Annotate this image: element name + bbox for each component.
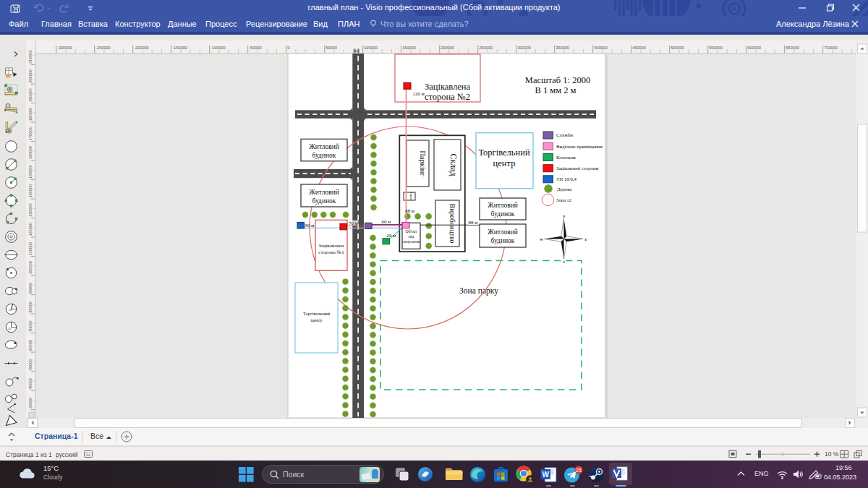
svg-text:90000: 90000 — [28, 283, 33, 294]
svg-text:Житловий: Житловий — [309, 143, 339, 150]
svg-text:охороною: охороною — [402, 239, 420, 244]
svg-text:50000: 50000 — [326, 46, 337, 50]
svg-text:550000: 550000 — [709, 46, 723, 50]
svg-text:600000: 600000 — [747, 46, 761, 50]
svg-text:30000: 30000 — [28, 398, 33, 409]
svg-text:140000: 140000 — [28, 184, 33, 198]
svg-text:200000: 200000 — [28, 69, 33, 83]
svg-text:10 %: 10 % — [825, 450, 839, 458]
svg-text:центр: центр — [310, 317, 322, 322]
svg-text:130000: 130000 — [28, 203, 33, 217]
svg-text:190000: 190000 — [28, 88, 33, 102]
svg-text:-50000: -50000 — [249, 46, 261, 50]
svg-text:Зона парку: Зона парку — [459, 286, 498, 296]
svg-text:650000: 650000 — [786, 46, 799, 50]
svg-text:25: 25 — [576, 468, 582, 473]
svg-text:-150000: -150000 — [172, 46, 187, 50]
svg-text:88 м: 88 м — [405, 208, 414, 213]
svg-text:-300000: -300000 — [57, 46, 72, 50]
svg-text:50000: 50000 — [28, 359, 33, 371]
svg-text:80000: 80000 — [28, 301, 33, 313]
svg-text:Торгівельний: Торгівельний — [478, 147, 529, 158]
svg-text:під: під — [409, 234, 414, 239]
svg-text:Масштаб 1: 2000: Масштаб 1: 2000 — [525, 75, 590, 85]
svg-text:сторона №1: сторона №1 — [318, 249, 344, 255]
svg-text:Виробництво: Виробництво — [448, 204, 456, 244]
svg-text:Паркінг: Паркінг — [409, 192, 412, 200]
svg-text:ТП 10/0,4: ТП 10/0,4 — [556, 176, 577, 181]
svg-text:120 м: 120 м — [413, 91, 425, 96]
svg-text:Зацікавлені сторони: Зацікавлені сторони — [556, 166, 599, 171]
svg-text:Зацікавлена: Зацікавлена — [318, 243, 344, 249]
svg-text:10: 10 — [9, 308, 12, 312]
svg-text:W: W — [542, 471, 549, 479]
svg-text:Служби: Служби — [556, 132, 573, 137]
svg-text:Об'єкт: Об'єкт — [406, 229, 417, 234]
svg-text:Котельня: Котельня — [556, 155, 576, 160]
svg-text:будинок: будинок — [312, 197, 336, 205]
svg-text:180000: 180000 — [28, 108, 33, 121]
svg-text:90 м: 90 м — [305, 223, 315, 228]
svg-text:Паркінг: Паркінг — [419, 150, 427, 176]
svg-text:Зацікавлена: Зацікавлена — [425, 82, 471, 92]
svg-text:250000: 250000 — [479, 46, 493, 50]
svg-text:60 м: 60 м — [382, 219, 391, 224]
svg-text:Житловий: Житловий — [309, 189, 339, 196]
svg-text:700000: 700000 — [824, 46, 838, 50]
svg-text:будинок: будинок — [491, 210, 515, 218]
svg-text:Житловий: Житловий — [488, 202, 518, 209]
svg-text:E: E — [584, 238, 587, 241]
svg-text:300000: 300000 — [517, 46, 531, 50]
svg-text:10: 10 — [8, 327, 12, 330]
svg-text:70000: 70000 — [28, 321, 33, 333]
svg-text:350000: 350000 — [556, 46, 569, 50]
svg-text:120000: 120000 — [28, 223, 33, 236]
svg-text:150000: 150000 — [28, 165, 33, 179]
svg-text:0: 0 — [287, 46, 289, 50]
svg-text:Торгівельний: Торгівельний — [303, 311, 331, 316]
svg-text:500000: 500000 — [671, 46, 684, 50]
svg-text:160000: 160000 — [28, 146, 33, 160]
svg-text:450000: 450000 — [632, 46, 646, 50]
svg-text:20 м: 20 м — [387, 233, 396, 238]
svg-text:210000: 210000 — [28, 50, 33, 64]
svg-text:100000: 100000 — [28, 261, 33, 275]
svg-text:70 м: 70 м — [349, 221, 358, 226]
svg-text:110000: 110000 — [28, 242, 33, 255]
svg-text:150000: 150000 — [402, 46, 416, 50]
svg-text:88 м: 88 м — [469, 220, 478, 225]
svg-text:будинок: будинок — [312, 152, 336, 159]
svg-text:-100000: -100000 — [210, 46, 226, 50]
svg-text:Виділене приміщення: Виділене приміщення — [556, 144, 603, 149]
svg-text:-200000: -200000 — [134, 46, 149, 50]
svg-text:центр: центр — [493, 158, 516, 168]
svg-text:сторона №2: сторона №2 — [425, 92, 470, 102]
svg-text:Дерева: Дерева — [557, 187, 571, 192]
svg-text:W: W — [540, 238, 543, 241]
svg-text:-250000: -250000 — [95, 46, 111, 50]
svg-text:60000: 60000 — [28, 340, 33, 351]
svg-text:Склад: Склад — [448, 153, 459, 176]
svg-text:будинок: будинок — [491, 237, 515, 244]
svg-text:200000: 200000 — [441, 46, 454, 50]
svg-text:100000: 100000 — [364, 46, 378, 50]
svg-text:40000: 40000 — [28, 378, 33, 390]
svg-text:Житловий: Житловий — [488, 228, 518, 236]
svg-text:400000: 400000 — [594, 46, 608, 50]
svg-text:Зона r2: Зона r2 — [556, 197, 571, 202]
svg-text:В 1 мм 2 м: В 1 мм 2 м — [535, 85, 576, 95]
svg-text:170000: 170000 — [28, 127, 33, 140]
